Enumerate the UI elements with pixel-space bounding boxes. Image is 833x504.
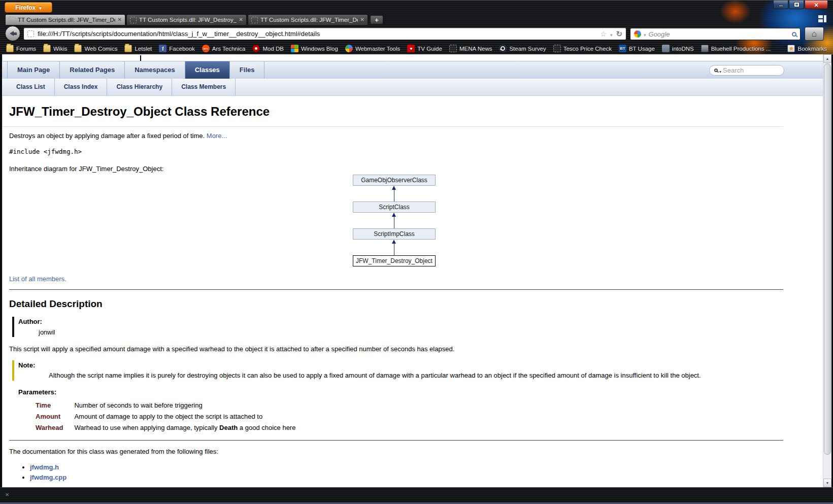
scrollbar-thumb[interactable] bbox=[824, 63, 831, 455]
chevron-down-icon bbox=[39, 4, 42, 11]
bookmark-item-forums[interactable]: Forums bbox=[6, 45, 36, 52]
scroll-up-button[interactable] bbox=[823, 54, 831, 63]
bookmark-star-icon[interactable] bbox=[600, 29, 607, 39]
diagram-node-gameobjobserverclass[interactable]: GameObjObserverClass bbox=[353, 175, 436, 186]
google-icon bbox=[634, 30, 641, 38]
tab-files[interactable]: Files bbox=[230, 61, 265, 79]
title-bar: Firefox bbox=[0, 1, 833, 13]
bookmarks-star-icon bbox=[787, 45, 795, 52]
tab-related-pages[interactable]: Related Pages bbox=[60, 61, 125, 79]
inheritance-arrow-icon bbox=[392, 213, 396, 228]
divider bbox=[9, 289, 783, 290]
bookmark-item-tesco-price-check[interactable]: Tesco Price Check bbox=[553, 45, 612, 52]
file-link-jfwdmg-h[interactable]: jfwdmg.h bbox=[30, 463, 59, 471]
class-description: This script will apply a specified amoun… bbox=[9, 345, 783, 354]
browser-chrome: Firefox TT Custom Scripts.dll: JFW_Timer… bbox=[0, 0, 833, 54]
url-bar[interactable] bbox=[23, 27, 626, 40]
bookmark-item-webmaster-tools[interactable]: Webmaster Tools bbox=[345, 45, 400, 52]
new-tab-button[interactable]: + bbox=[370, 15, 383, 24]
steam-icon bbox=[499, 45, 507, 52]
page-title: JFW_Timer_Destroy_Object Class Reference bbox=[9, 105, 783, 119]
bookmark-item-mena-news[interactable]: MENA News bbox=[449, 45, 492, 52]
bookmark-item-bt-usage[interactable]: BT Usage bbox=[619, 45, 655, 52]
bookmark-item-ars-technica[interactable]: Ars Technica bbox=[202, 45, 246, 52]
doxygen-search-input[interactable] bbox=[723, 66, 779, 74]
addon-bar bbox=[0, 487, 833, 502]
tab-class-members[interactable]: Class Members bbox=[172, 79, 236, 95]
page-content: Main Page Related Pages Namespaces Class… bbox=[2, 54, 831, 487]
diagram-node-current-class: JFW_Timer_Destroy_Object bbox=[353, 255, 436, 266]
firefox-menu-button[interactable]: Firefox bbox=[5, 2, 52, 13]
minimize-button[interactable] bbox=[773, 1, 788, 9]
url-input[interactable] bbox=[38, 30, 596, 38]
tab-class-index[interactable]: Class Index bbox=[55, 79, 108, 95]
tab-class-hierarchy[interactable]: Class Hierarchy bbox=[107, 79, 172, 95]
folder-icon bbox=[74, 45, 82, 52]
search-engine-dropdown-icon[interactable] bbox=[644, 29, 646, 39]
browser-tab-3[interactable]: TT Custom Scripts.dll: JFW_Timer_De... bbox=[248, 14, 368, 25]
bookmark-item-bluehell[interactable]: Bluehell Productions ... bbox=[701, 45, 771, 52]
vertical-scrollbar[interactable] bbox=[823, 54, 831, 487]
author-value: jonwil bbox=[39, 328, 783, 337]
diagram-node-scriptimpclass[interactable]: ScriptImpClass bbox=[353, 228, 436, 240]
bookmark-item-windows-blog[interactable]: Windows Blog bbox=[291, 45, 338, 52]
tab-class-list[interactable]: Class List bbox=[7, 79, 55, 95]
tab-title: TT Custom Scripts.dll: JFW_Destroy_S... bbox=[139, 17, 237, 23]
url-dropdown-icon[interactable] bbox=[610, 29, 613, 39]
parameter-row-amount: Amount Amount of damage to apply to the … bbox=[36, 412, 295, 421]
bookmarks-menu-button[interactable]: Bookmarks bbox=[787, 45, 827, 52]
minimize-icon bbox=[779, 5, 783, 7]
home-button[interactable] bbox=[805, 27, 824, 41]
bookmark-item-tv-guide[interactable]: TV Guide bbox=[407, 45, 442, 52]
browser-tab-1[interactable]: TT Custom Scripts.dll: JFW_Timer_De... bbox=[5, 14, 125, 25]
warhead-death-emphasis: Death bbox=[219, 424, 238, 431]
bookmark-item-steam-survey[interactable]: Steam Survey bbox=[499, 45, 546, 52]
addon-bar-close-icon[interactable] bbox=[5, 492, 9, 497]
bookmark-item-moddb[interactable]: Mod DB bbox=[252, 45, 284, 52]
bookmark-item-intodns[interactable]: intoDNS bbox=[662, 45, 694, 52]
search-icon bbox=[714, 69, 718, 72]
bookmark-item-facebook[interactable]: Facebook bbox=[159, 45, 195, 52]
search-bar[interactable] bbox=[630, 28, 801, 40]
list-item: jfwdmg.cpp bbox=[30, 473, 783, 482]
tab-title: TT Custom Scripts.dll: JFW_Timer_De... bbox=[260, 17, 358, 23]
tab-close-icon[interactable] bbox=[118, 17, 122, 22]
tab-namespaces[interactable]: Namespaces bbox=[125, 61, 185, 79]
doxygen-search-box[interactable] bbox=[709, 65, 784, 76]
bookmark-item-web-comics[interactable]: Web Comics bbox=[74, 45, 117, 52]
doxygen-sub-tabs: Class List Class Index Class Hierarchy C… bbox=[2, 79, 831, 96]
search-icon[interactable] bbox=[792, 32, 796, 37]
browser-tab-2[interactable]: TT Custom Scripts.dll: JFW_Destroy_S... bbox=[126, 14, 247, 25]
bookmark-item-letslet[interactable]: Letslet bbox=[124, 45, 152, 52]
tab-main-page[interactable]: Main Page bbox=[7, 61, 60, 79]
file-link-jfwdmg-cpp[interactable]: jfwdmg.cpp bbox=[30, 474, 66, 481]
note-text: Although the script name implies it is p… bbox=[49, 371, 783, 380]
favicon-placeholder-icon bbox=[27, 30, 34, 37]
tv-guide-icon bbox=[407, 45, 415, 52]
favicon-placeholder-icon bbox=[251, 17, 258, 23]
close-button[interactable] bbox=[805, 1, 828, 9]
back-button[interactable] bbox=[5, 26, 20, 41]
bookmark-item-wikis[interactable]: Wikis bbox=[43, 45, 67, 52]
list-of-all-members-link[interactable]: List of all members. bbox=[9, 275, 66, 283]
bluehell-icon bbox=[701, 45, 709, 52]
parameter-row-time: Time Number of seconds to wait before tr… bbox=[36, 401, 295, 410]
chevron-down-icon[interactable] bbox=[719, 66, 721, 75]
note-label: Note: bbox=[18, 361, 783, 370]
web-search-input[interactable] bbox=[649, 30, 789, 38]
diagram-node-scriptclass[interactable]: ScriptClass bbox=[353, 201, 436, 213]
reload-icon[interactable] bbox=[616, 29, 622, 39]
scroll-down-button[interactable] bbox=[823, 479, 831, 487]
parameter-name: Amount bbox=[36, 412, 74, 421]
inheritance-caption: Inheritance diagram for JFW_Timer_Destro… bbox=[9, 164, 783, 174]
maximize-button[interactable] bbox=[789, 1, 804, 9]
more-link[interactable]: More... bbox=[207, 132, 227, 140]
parameters-label: Parameters: bbox=[18, 388, 783, 397]
favicon-placeholder-icon bbox=[9, 17, 15, 23]
tab-classes[interactable]: Classes bbox=[185, 61, 230, 79]
page-header: JFW_Timer_Destroy_Object Class Reference bbox=[2, 96, 783, 127]
tab-close-icon[interactable] bbox=[239, 17, 243, 22]
doxygen-contents: Destroys an object by applying damage af… bbox=[2, 127, 831, 487]
page-placeholder-icon bbox=[449, 45, 457, 52]
tab-close-icon[interactable] bbox=[360, 17, 364, 22]
